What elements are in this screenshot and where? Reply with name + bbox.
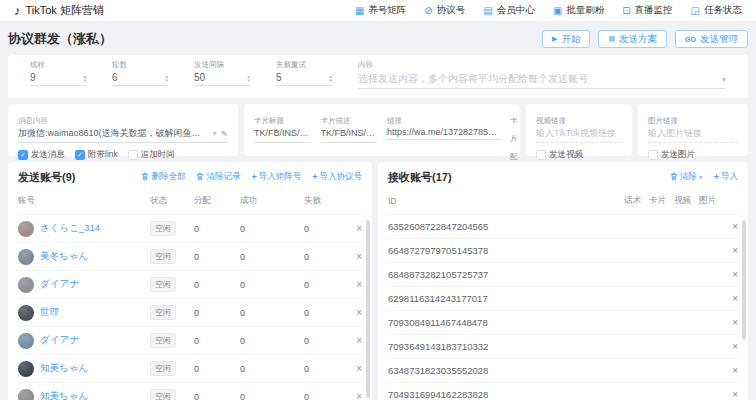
card-field-value[interactable]: https://wa.me/13728278510 ▾ <box>387 127 500 140</box>
video-link-input[interactable]: 输入TikTok视频链接 <box>536 127 622 143</box>
send-interval-label: 发送间隔 <box>194 60 250 70</box>
toolbar-delete-button[interactable]: 删除全部 <box>141 171 185 183</box>
video-link-placeholder: 输入TikTok视频链接 <box>536 127 622 140</box>
send-image-checkbox[interactable]: 发送图片 <box>648 149 695 161</box>
sender-row: 美冬ちゃん空闲000× <box>18 243 362 271</box>
nav-item-fan-boost[interactable]: ▣批量刷粉 <box>553 4 604 17</box>
number-stepper[interactable]: ▴▾ <box>165 74 168 82</box>
nav-item-account-matrix[interactable]: ▦养号矩阵 <box>355 4 406 17</box>
nav-item-protocol-accounts[interactable]: ⊘协议号 <box>424 4 465 17</box>
send-video-checkbox-label: 发送视频 <box>549 149 583 161</box>
remove-icon[interactable]: × <box>348 279 362 290</box>
remove-icon[interactable]: × <box>348 251 362 262</box>
toolbar-delete-button[interactable]: 清除记录 <box>196 171 240 183</box>
remove-icon[interactable]: × <box>724 389 738 400</box>
nav-item-live-monitor[interactable]: ⊡直播监控 <box>622 4 672 17</box>
number-stepper[interactable]: ▴▾ <box>247 74 250 82</box>
number-stepper[interactable]: ▴▾ <box>83 74 86 82</box>
avatar <box>18 389 34 400</box>
remove-icon[interactable]: × <box>348 363 362 374</box>
threads-field: 线程9▴▾ <box>30 60 86 89</box>
column-header: 分配 <box>194 195 240 207</box>
remove-icon[interactable]: × <box>724 245 738 256</box>
sender-name[interactable]: ダイアナ <box>40 334 79 347</box>
sender-name[interactable]: 美冬ちゃん <box>40 250 88 263</box>
sender-row: 知美ちゃん空闲000× <box>18 355 362 383</box>
status-badge: 空闲 <box>150 277 176 292</box>
sender-name[interactable]: さくらこ_314 <box>40 222 100 235</box>
receiver-id: 6848873282105725737 <box>388 269 624 280</box>
remove-icon[interactable]: × <box>724 365 738 376</box>
column-header: ID <box>388 196 624 206</box>
scrollbar-thumb[interactable] <box>366 220 370 398</box>
content-select[interactable]: 选择发送内容，多个内容将平均分配给每个发送账号 ▾ <box>358 72 726 89</box>
receivers-title: 接收账号(17) <box>388 170 452 185</box>
sender-name[interactable]: 知美ちゃん <box>40 390 88 400</box>
status-badge: 空闲 <box>150 305 176 320</box>
remove-icon[interactable]: × <box>724 269 738 280</box>
remove-icon[interactable]: × <box>348 391 362 400</box>
video-link-card: 视频链接 输入TikTok视频链接 发送视频 <box>526 104 632 156</box>
sender-name[interactable]: 知美ちゃん <box>40 362 88 375</box>
avatar <box>18 221 34 237</box>
column-header: 失败 <box>304 195 348 207</box>
column-header: 账号 <box>18 195 150 207</box>
toolbar-label: 导入矩阵号 <box>259 171 302 183</box>
checkbox-box <box>128 150 138 160</box>
nav-item-task-status[interactable]: ◲任务状态 <box>691 4 742 17</box>
page-title: 协议群发（涨私） <box>8 30 112 48</box>
receiver-row: 6348731823035552028× <box>388 359 738 383</box>
sender-row: 世理空闲000× <box>18 299 362 327</box>
senders-title: 发送账号(9) <box>18 170 75 185</box>
checkbox-label: 发送消息 <box>31 149 65 161</box>
message-content-select[interactable]: 加微信:waimao8610(送海关数据，破解闲鱼版) 做... ▾ ✎ <box>18 127 228 143</box>
send-plan-button[interactable]: ▤ 发送方案 <box>598 30 667 48</box>
remove-icon[interactable]: × <box>724 293 738 304</box>
rounds-input[interactable]: 6▴▾ <box>112 72 168 86</box>
remove-icon[interactable]: × <box>348 335 362 346</box>
failed-count: 0 <box>304 336 348 346</box>
remove-icon[interactable]: × <box>348 307 362 318</box>
send-interval-input[interactable]: 50▴▾ <box>194 72 250 86</box>
toolbar-import-button[interactable]: +导入矩阵号 <box>251 171 301 183</box>
receivers-table-body: 6352608722847204565×6648727979705145378×… <box>388 215 738 400</box>
remove-icon[interactable]: × <box>724 317 738 328</box>
checkbox-box: ✓ <box>18 150 28 160</box>
remove-icon[interactable]: × <box>348 223 362 234</box>
sender-name[interactable]: 世理 <box>40 306 59 319</box>
message-option-checkbox[interactable]: 追加时间 <box>128 149 175 161</box>
assigned-count: 0 <box>194 280 240 290</box>
nav-item-member-center[interactable]: ▤会员中心 <box>483 4 534 17</box>
remove-icon[interactable]: × <box>724 341 738 352</box>
clear-label: 清除 <box>680 171 697 183</box>
card-field-value[interactable]: TK/FB/INS/WS对 <box>321 127 378 143</box>
card-field-value[interactable]: TK/FB/INS/WS对 <box>254 127 311 143</box>
import-button[interactable]: + 导入 <box>714 171 738 183</box>
app-header: ♪ TikTok 矩阵营销 ▦养号矩阵⊘协议号▤会员中心▣批量刷粉⊡直播监控◲任… <box>0 0 756 22</box>
send-video-checkbox[interactable]: 发送视频 <box>536 149 583 161</box>
nav-item-label: 协议号 <box>437 4 466 17</box>
toolbar-import-button[interactable]: +导入协议号 <box>312 171 362 183</box>
edit-pencil-icon[interactable]: ✎ <box>220 129 228 139</box>
message-option-checkbox[interactable]: ✓发送消息 <box>18 149 65 161</box>
threads-input[interactable]: 9▴▾ <box>30 72 86 86</box>
message-option-checkbox[interactable]: ✓附带link <box>75 149 118 161</box>
scrollbar-thumb[interactable] <box>742 220 746 340</box>
rounds-value: 6 <box>112 72 118 83</box>
app-title: TikTok 矩阵营销 <box>26 3 104 18</box>
receiver-id: 6352608722847204565 <box>388 221 624 232</box>
start-button[interactable]: ▶ 开始 <box>542 30 590 48</box>
rounds-field: 轮数6▴▾ <box>112 60 168 89</box>
image-link-input[interactable]: 输入图片链接 <box>648 127 738 143</box>
sender-name[interactable]: ダイアナ <box>40 278 79 291</box>
remove-icon[interactable]: × <box>724 221 738 232</box>
play-icon: ▶ <box>552 35 557 43</box>
number-stepper[interactable]: ▴▾ <box>329 74 332 82</box>
retry-label: 失败重试 <box>276 60 332 70</box>
sender-account-cell: 知美ちゃん <box>18 389 150 400</box>
sender-status-cell: 空闲 <box>150 277 194 292</box>
receiver-id: 6348731823035552028 <box>388 365 624 376</box>
retry-input[interactable]: 5▴▾ <box>276 72 332 86</box>
go-manage-button[interactable]: GO 发送管理 <box>675 30 748 48</box>
clear-dropdown-button[interactable]: 清除 ▾ <box>670 171 703 183</box>
